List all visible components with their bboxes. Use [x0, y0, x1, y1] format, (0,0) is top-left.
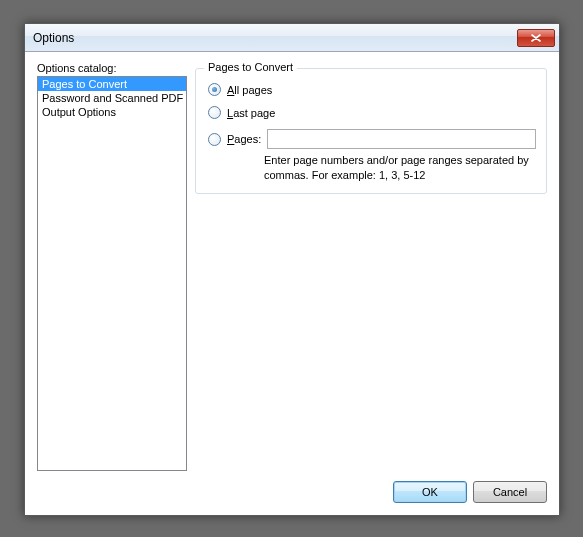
- radio-row-pages: Pages:: [208, 129, 536, 149]
- radio-pages[interactable]: [208, 133, 221, 146]
- pages-to-convert-group: Pages to Convert All pages Last page Pag…: [195, 68, 547, 194]
- titlebar: Options: [25, 24, 559, 52]
- catalog-label: Options catalog:: [37, 62, 187, 74]
- radio-pages-label[interactable]: Pages:: [227, 133, 261, 145]
- catalog-column: Options catalog: Pages to Convert Passwo…: [37, 62, 187, 471]
- radio-all-pages[interactable]: [208, 83, 221, 96]
- catalog-item-output-options[interactable]: Output Options: [38, 105, 186, 119]
- client-area: Options catalog: Pages to Convert Passwo…: [25, 52, 559, 515]
- window-title: Options: [33, 31, 517, 45]
- radio-row-last: Last page: [208, 106, 536, 119]
- panel-column: Pages to Convert All pages Last page Pag…: [195, 62, 547, 471]
- options-dialog: Options Options catalog: Pages to Conver…: [24, 23, 560, 516]
- group-title: Pages to Convert: [204, 61, 297, 73]
- catalog-item-password-scanned-pdf[interactable]: Password and Scanned PDF: [38, 91, 186, 105]
- catalog-item-pages-to-convert[interactable]: Pages to Convert: [38, 77, 186, 91]
- close-icon: [531, 34, 541, 42]
- radio-row-all: All pages: [208, 83, 536, 96]
- cancel-button[interactable]: Cancel: [473, 481, 547, 503]
- catalog-list[interactable]: Pages to Convert Password and Scanned PD…: [37, 76, 187, 471]
- pages-input[interactable]: [267, 129, 536, 149]
- ok-button[interactable]: OK: [393, 481, 467, 503]
- radio-last-page-label[interactable]: Last page: [227, 107, 275, 119]
- pages-hint: Enter page numbers and/or page ranges se…: [264, 153, 536, 183]
- body-row: Options catalog: Pages to Convert Passwo…: [37, 62, 547, 471]
- dialog-buttons: OK Cancel: [37, 481, 547, 503]
- radio-last-page[interactable]: [208, 106, 221, 119]
- close-button[interactable]: [517, 29, 555, 47]
- radio-all-pages-label[interactable]: All pages: [227, 84, 272, 96]
